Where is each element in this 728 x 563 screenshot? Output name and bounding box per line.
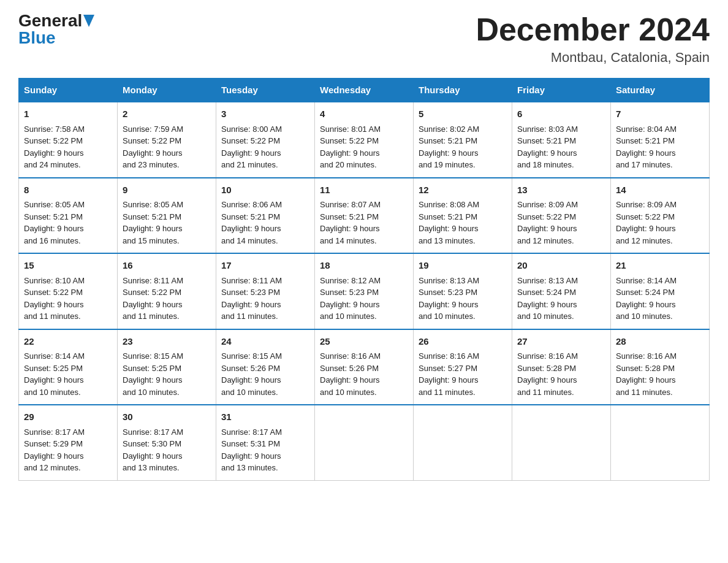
day-info: Sunrise: 8:16 AM Sunset: 5:28 PM Dayligh…: [616, 350, 704, 398]
day-info: Sunrise: 8:05 AM Sunset: 5:21 PM Dayligh…: [24, 199, 112, 247]
table-row: 20 Sunrise: 8:13 AM Sunset: 5:24 PM Dayl…: [512, 253, 611, 329]
day-info: Sunrise: 8:04 AM Sunset: 5:21 PM Dayligh…: [616, 123, 704, 171]
table-row: 30 Sunrise: 8:17 AM Sunset: 5:30 PM Dayl…: [118, 405, 216, 480]
day-number: 19: [419, 259, 507, 273]
location-subtitle: Montbau, Catalonia, Spain: [476, 50, 710, 66]
day-number: 8: [24, 183, 112, 197]
table-row: 9 Sunrise: 8:05 AM Sunset: 5:21 PM Dayli…: [118, 178, 216, 254]
day-info: Sunrise: 8:01 AM Sunset: 5:22 PM Dayligh…: [320, 123, 408, 171]
day-number: 15: [24, 259, 112, 273]
day-info: Sunrise: 8:13 AM Sunset: 5:24 PM Dayligh…: [517, 275, 605, 323]
table-row: [315, 405, 414, 480]
day-number: 24: [221, 335, 309, 349]
page-header: General Blue December 2024 Montbau, Cata…: [18, 12, 710, 66]
table-row: 25 Sunrise: 8:16 AM Sunset: 5:26 PM Dayl…: [315, 329, 414, 405]
day-number: 31: [221, 410, 309, 424]
table-row: 14 Sunrise: 8:09 AM Sunset: 5:22 PM Dayl…: [611, 178, 710, 254]
table-row: 27 Sunrise: 8:16 AM Sunset: 5:28 PM Dayl…: [512, 329, 611, 405]
day-info: Sunrise: 8:10 AM Sunset: 5:22 PM Dayligh…: [24, 275, 112, 323]
col-wednesday: Wednesday: [315, 79, 414, 102]
col-tuesday: Tuesday: [216, 79, 315, 102]
day-number: 27: [517, 335, 605, 349]
day-number: 20: [517, 259, 605, 273]
day-info: Sunrise: 8:03 AM Sunset: 5:21 PM Dayligh…: [517, 123, 605, 171]
col-friday: Friday: [512, 79, 611, 102]
table-row: [611, 405, 710, 480]
day-number: 10: [221, 183, 309, 197]
day-number: 16: [123, 259, 211, 273]
day-info: Sunrise: 8:06 AM Sunset: 5:21 PM Dayligh…: [221, 199, 309, 247]
day-info: Sunrise: 8:14 AM Sunset: 5:24 PM Dayligh…: [616, 275, 704, 323]
day-number: 17: [221, 259, 309, 273]
day-info: Sunrise: 8:09 AM Sunset: 5:22 PM Dayligh…: [517, 199, 605, 247]
day-number: 22: [24, 335, 112, 349]
day-info: Sunrise: 8:17 AM Sunset: 5:29 PM Dayligh…: [24, 426, 112, 474]
day-info: Sunrise: 8:15 AM Sunset: 5:25 PM Dayligh…: [123, 350, 211, 398]
calendar-week-row: 15 Sunrise: 8:10 AM Sunset: 5:22 PM Dayl…: [19, 253, 710, 329]
day-info: Sunrise: 8:14 AM Sunset: 5:25 PM Dayligh…: [24, 350, 112, 398]
logo-arrow-icon: [83, 15, 94, 27]
day-number: 9: [123, 183, 211, 197]
day-number: 6: [517, 107, 605, 121]
table-row: 23 Sunrise: 8:15 AM Sunset: 5:25 PM Dayl…: [118, 329, 216, 405]
logo-blue-text: Blue: [18, 29, 56, 47]
table-row: 13 Sunrise: 8:09 AM Sunset: 5:22 PM Dayl…: [512, 178, 611, 254]
day-info: Sunrise: 8:15 AM Sunset: 5:26 PM Dayligh…: [221, 350, 309, 398]
table-row: 19 Sunrise: 8:13 AM Sunset: 5:23 PM Dayl…: [414, 253, 512, 329]
table-row: 21 Sunrise: 8:14 AM Sunset: 5:24 PM Dayl…: [611, 253, 710, 329]
day-info: Sunrise: 8:17 AM Sunset: 5:30 PM Dayligh…: [123, 426, 211, 474]
day-number: 1: [24, 107, 112, 121]
day-number: 28: [616, 335, 704, 349]
table-row: 18 Sunrise: 8:12 AM Sunset: 5:23 PM Dayl…: [315, 253, 414, 329]
day-info: Sunrise: 8:07 AM Sunset: 5:21 PM Dayligh…: [320, 199, 408, 247]
day-info: Sunrise: 8:05 AM Sunset: 5:21 PM Dayligh…: [123, 199, 211, 247]
table-row: 22 Sunrise: 8:14 AM Sunset: 5:25 PM Dayl…: [19, 329, 118, 405]
day-info: Sunrise: 8:13 AM Sunset: 5:23 PM Dayligh…: [419, 275, 507, 323]
table-row: 8 Sunrise: 8:05 AM Sunset: 5:21 PM Dayli…: [19, 178, 118, 254]
title-block: December 2024 Montbau, Catalonia, Spain: [476, 12, 710, 66]
table-row: 28 Sunrise: 8:16 AM Sunset: 5:28 PM Dayl…: [611, 329, 710, 405]
logo: General Blue: [18, 12, 94, 47]
day-info: Sunrise: 8:17 AM Sunset: 5:31 PM Dayligh…: [221, 426, 309, 474]
col-monday: Monday: [118, 79, 216, 102]
table-row: 10 Sunrise: 8:06 AM Sunset: 5:21 PM Dayl…: [216, 178, 315, 254]
day-number: 18: [320, 259, 408, 273]
day-number: 13: [517, 183, 605, 197]
table-row: 24 Sunrise: 8:15 AM Sunset: 5:26 PM Dayl…: [216, 329, 315, 405]
table-row: 29 Sunrise: 8:17 AM Sunset: 5:29 PM Dayl…: [19, 405, 118, 480]
day-info: Sunrise: 8:02 AM Sunset: 5:21 PM Dayligh…: [419, 123, 507, 171]
logo-general-text: General: [18, 12, 82, 29]
day-info: Sunrise: 8:12 AM Sunset: 5:23 PM Dayligh…: [320, 275, 408, 323]
table-row: 17 Sunrise: 8:11 AM Sunset: 5:23 PM Dayl…: [216, 253, 315, 329]
day-info: Sunrise: 8:11 AM Sunset: 5:22 PM Dayligh…: [123, 275, 211, 323]
table-row: 3 Sunrise: 8:00 AM Sunset: 5:22 PM Dayli…: [216, 102, 315, 178]
day-info: Sunrise: 8:09 AM Sunset: 5:22 PM Dayligh…: [616, 199, 704, 247]
table-row: 16 Sunrise: 8:11 AM Sunset: 5:22 PM Dayl…: [118, 253, 216, 329]
day-info: Sunrise: 8:16 AM Sunset: 5:28 PM Dayligh…: [517, 350, 605, 398]
day-number: 7: [616, 107, 704, 121]
calendar-week-row: 1 Sunrise: 7:58 AM Sunset: 5:22 PM Dayli…: [19, 102, 710, 178]
svg-marker-0: [83, 15, 94, 27]
calendar-week-row: 29 Sunrise: 8:17 AM Sunset: 5:29 PM Dayl…: [19, 405, 710, 480]
table-row: 7 Sunrise: 8:04 AM Sunset: 5:21 PM Dayli…: [611, 102, 710, 178]
table-row: 15 Sunrise: 8:10 AM Sunset: 5:22 PM Dayl…: [19, 253, 118, 329]
table-row: [414, 405, 512, 480]
day-number: 11: [320, 183, 408, 197]
month-year-title: December 2024: [476, 12, 710, 47]
col-sunday: Sunday: [19, 79, 118, 102]
day-number: 4: [320, 107, 408, 121]
day-info: Sunrise: 8:00 AM Sunset: 5:22 PM Dayligh…: [221, 123, 309, 171]
col-saturday: Saturday: [611, 79, 710, 102]
calendar-week-row: 8 Sunrise: 8:05 AM Sunset: 5:21 PM Dayli…: [19, 178, 710, 254]
col-thursday: Thursday: [414, 79, 512, 102]
table-row: 12 Sunrise: 8:08 AM Sunset: 5:21 PM Dayl…: [414, 178, 512, 254]
calendar-week-row: 22 Sunrise: 8:14 AM Sunset: 5:25 PM Dayl…: [19, 329, 710, 405]
day-number: 25: [320, 335, 408, 349]
day-info: Sunrise: 8:08 AM Sunset: 5:21 PM Dayligh…: [419, 199, 507, 247]
table-row: [512, 405, 611, 480]
day-number: 21: [616, 259, 704, 273]
day-number: 23: [123, 335, 211, 349]
day-info: Sunrise: 8:11 AM Sunset: 5:23 PM Dayligh…: [221, 275, 309, 323]
calendar-table: Sunday Monday Tuesday Wednesday Thursday…: [18, 78, 710, 481]
day-number: 29: [24, 410, 112, 424]
